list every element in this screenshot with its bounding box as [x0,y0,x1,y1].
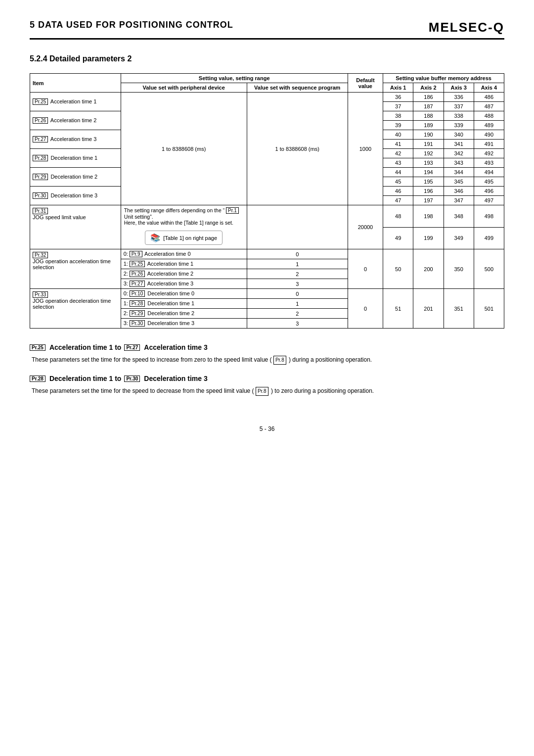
pr29-ref: Pr.29 [130,310,145,317]
col-axis3: Axis 3 [444,83,474,93]
table-row-pr32-opt0: Pr.32 JOG operation acceleration time se… [30,249,504,259]
book-icon: 📚 [150,233,160,242]
brand-title: MELSEC-Q [429,20,504,35]
pr26-box: Pr.26 [33,117,48,124]
table-row-pr33-opt0: Pr.33 JOG operation deceleration time se… [30,289,504,299]
pr32-default: 0 [348,249,383,289]
pr30-box: Pr.30 [33,192,48,199]
header-section: 5 DATA USED FOR POSITIONING CONTROL MELS… [30,20,504,40]
pr25-ref: Pr.25 [130,261,145,267]
desc-pr25-27: Pr.25 Acceleration time 1 to Pr.27 Accel… [30,343,504,365]
col-axis4: Axis 4 [474,83,504,93]
desc-pr28-30: Pr.28 Deceleration time 1 to Pr.30 Decel… [30,375,504,396]
pr26-ref: Pr.26 [130,271,145,277]
col-axis2: Axis 2 [413,83,444,93]
pr31-box: Pr.31 [33,208,48,214]
pr28-ref: Pr.28 [130,300,145,307]
desc-pr28-30-body: These parameters set the time for the sp… [32,386,504,396]
pr1-ref: Pr.1 [226,207,239,214]
page-number: 5 - 36 [260,425,275,432]
parameters-table: Item Setting value, setting range Defaul… [30,73,504,329]
col-sequence: Value set with sequence program [247,83,348,93]
description-section: Pr.25 Acceleration time 1 to Pr.27 Accel… [30,343,504,396]
pr33-default: 0 [348,289,383,329]
desc-pr25-27-body: These parameters set the time for the sp… [32,355,504,365]
chapter-title: 5 DATA USED FOR POSITIONING CONTROL [30,20,233,30]
default-1to6: 1000 [348,93,383,205]
pr29-box: Pr.29 [33,174,48,180]
table-ref-icon: 📚 [Table 1] on right page [145,231,222,245]
desc-pr27-box: Pr.27 [124,344,140,351]
desc-pr30-box: Pr.30 [124,376,140,382]
pr9-ref: Pr.9 [130,251,142,257]
pr31-default: 20000 [348,205,383,249]
pr33-box: Pr.33 [33,291,48,298]
sequence-range-1to6: 1 to 8388608 (ms) [247,93,348,205]
section-title: 5.2.4 Detailed parameters 2 [30,54,504,63]
col-peripheral: Value set with peripheral device [121,83,247,93]
col-buffer-memory: Setting value buffer memory address [383,74,504,83]
pr27-box: Pr.27 [33,136,48,142]
col-axis1: Axis 1 [383,83,413,93]
desc-pr8-box-2: Pr.8 [256,387,268,396]
desc-pr25-box: Pr.25 [30,344,45,351]
pr30-ref: Pr.30 [130,320,145,327]
table-row-pr25: Pr.25 Acceleration time 1 1 to 8388608 (… [30,93,504,102]
pr27-ref: Pr.27 [130,281,145,287]
page-footer: 5 - 36 [30,425,504,432]
pr10-ref: Pr.10 [130,290,145,297]
desc-pr28-box: Pr.28 [30,376,45,382]
table-row-pr31: Pr.31 JOG speed limit value The setting … [30,205,504,228]
desc-pr8-box-1: Pr.8 [273,356,286,365]
col-setting-value: Setting value, setting range [121,74,348,83]
pr32-box: Pr.32 [33,252,48,258]
col-default: Default value [348,74,383,93]
peripheral-range-1to6: 1 to 8388608 (ms) [121,93,247,205]
pr25-box: Pr.25 [33,98,48,105]
pr28-box: Pr.28 [33,155,48,161]
col-item: Item [30,74,121,93]
